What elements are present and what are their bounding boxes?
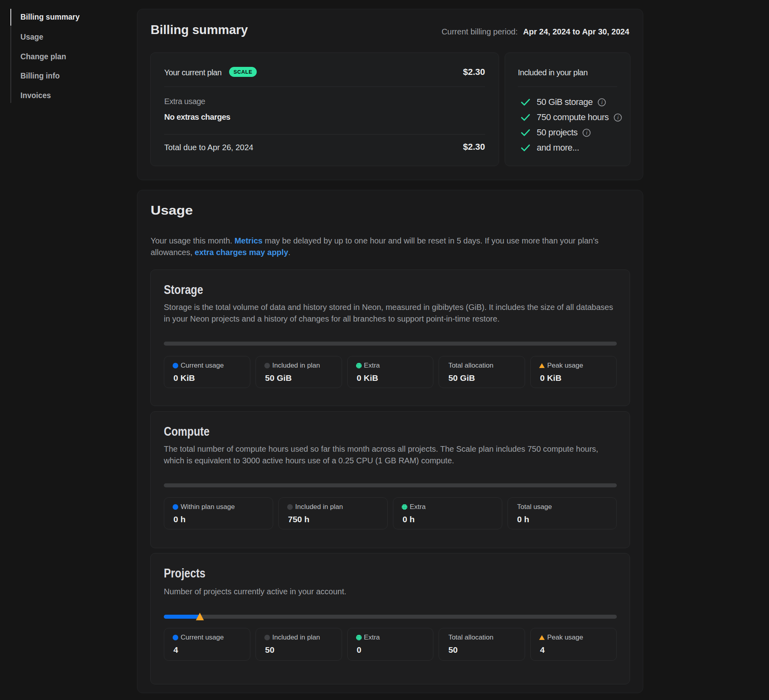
svg-text:i: i <box>586 130 588 136</box>
svg-text:i: i <box>617 115 619 121</box>
svg-text:i: i <box>601 99 603 105</box>
